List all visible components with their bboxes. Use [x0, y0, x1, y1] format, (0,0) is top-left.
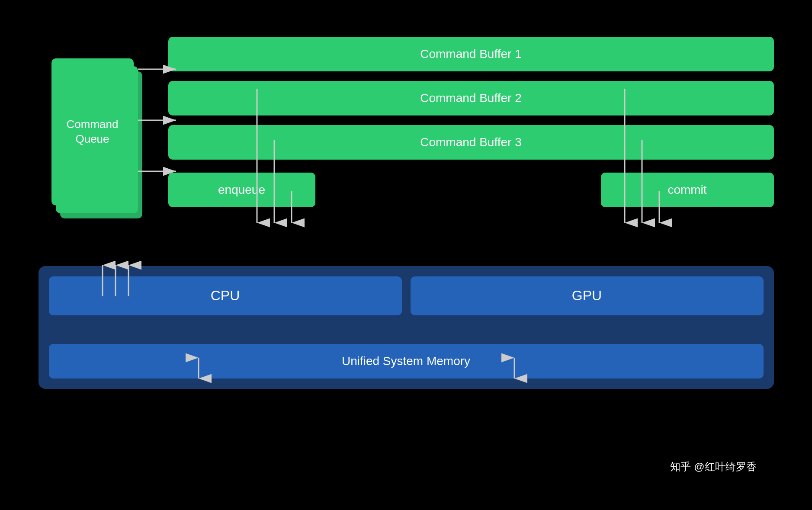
enqueue-box: enqueue	[168, 173, 315, 207]
commit-label: commit	[668, 183, 706, 197]
commit-box: commit	[601, 173, 774, 207]
command-buffer-2-label: Command Buffer 2	[420, 91, 522, 105]
top-section: Command Queue Command Buffer 1 Command B…	[39, 28, 774, 253]
command-queue-label: Command Queue	[51, 117, 134, 147]
right-section: Command Buffer 1 Command Buffer 2 Comman…	[168, 28, 774, 253]
gpu-box: GPU	[411, 276, 764, 315]
command-buffer-1: Command Buffer 1	[168, 37, 774, 71]
command-buffer-1-label: Command Buffer 1	[420, 47, 522, 61]
command-buffer-3: Command Buffer 3	[168, 125, 774, 160]
cpu-box: CPU	[49, 276, 402, 315]
actions-row: enqueue commit	[168, 173, 774, 207]
processor-row: CPU GPU	[49, 276, 764, 315]
bottom-section: CPU GPU Unified System Memory	[39, 266, 774, 389]
memory-box: Unified System Memory	[49, 344, 764, 378]
command-buffer-2: Command Buffer 2	[168, 81, 774, 115]
enqueue-label: enqueue	[218, 183, 265, 197]
memory-label: Unified System Memory	[342, 354, 470, 368]
gpu-label: GPU	[572, 288, 602, 304]
watermark-text: 知乎 @红叶绮罗香	[670, 461, 756, 472]
command-buffer-3-label: Command Buffer 3	[420, 135, 522, 149]
buffers-row: Command Buffer 1 Command Buffer 2 Comman…	[168, 37, 774, 160]
command-queue-stack: Command Queue	[51, 58, 134, 223]
memory-row: Unified System Memory	[49, 344, 764, 378]
command-queue-card-front: Command Queue	[51, 58, 134, 205]
watermark: 知乎 @红叶绮罗香	[670, 460, 756, 474]
connector-spacer	[49, 315, 764, 337]
diagram-container: Command Queue Command Buffer 1 Command B…	[39, 28, 774, 482]
cpu-label: CPU	[211, 288, 240, 304]
